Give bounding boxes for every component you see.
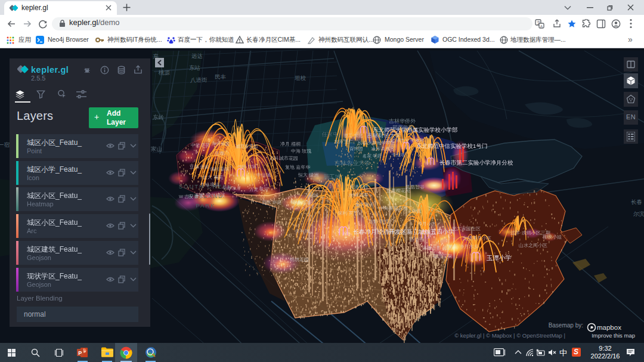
svg-text:东城 晓镇: 东城 晓镇 xyxy=(200,182,220,187)
svg-text:光大家园住区: 光大家园住区 xyxy=(452,226,481,231)
svg-text:吉林农业大学: 吉林农业大学 xyxy=(335,160,370,166)
svg-text:威尼斯花园: 威尼斯花园 xyxy=(236,144,258,149)
svg-text:净月华庭: 净月华庭 xyxy=(212,141,230,147)
svg-text:山水之间小区: 山水之间小区 xyxy=(519,243,547,248)
svg-text:新城小区: 新城小区 xyxy=(386,230,405,235)
svg-text:新工地: 新工地 xyxy=(323,174,341,180)
svg-text:Improve this map: Improve this map xyxy=(592,332,635,339)
svg-text:复地 嘉年华: 复地 嘉年华 xyxy=(285,165,311,170)
svg-text:A: A xyxy=(540,24,543,28)
svg-text:任家屯: 任家屯 xyxy=(321,131,338,137)
svg-text:水岸 四季: 水岸 四季 xyxy=(348,193,369,198)
svg-text:锦绣花园: 锦绣花园 xyxy=(289,257,309,262)
svg-text:名家 学府: 名家 学府 xyxy=(363,153,382,159)
svg-text:mapbox: mapbox xyxy=(597,324,621,331)
svg-text:峰峻 名城: 峰峻 名城 xyxy=(291,200,311,205)
svg-text:盛世香: 盛世香 xyxy=(409,237,423,242)
svg-text:理工 东北: 理工 东北 xyxy=(343,133,363,138)
svg-text:民丰: 民丰 xyxy=(215,73,227,80)
svg-text:亚泰樱花苑: 亚泰樱花苑 xyxy=(386,188,410,193)
svg-text:中海 玫瑰: 中海 玫瑰 xyxy=(291,148,311,154)
svg-text:家山: 家山 xyxy=(151,146,162,152)
svg-text:万龙 银河: 万龙 银河 xyxy=(249,187,269,192)
svg-text:净月 梧桐: 净月 梧桐 xyxy=(280,141,301,147)
svg-text:康德: 康德 xyxy=(411,208,421,214)
svg-text:保利 香槟: 保利 香槟 xyxy=(210,166,230,172)
svg-text:伟峰 东第: 伟峰 东第 xyxy=(237,164,257,169)
svg-text:吉大 南苑: 吉大 南苑 xyxy=(203,175,223,180)
svg-text:净月小区: 净月小区 xyxy=(417,221,436,227)
svg-text:净月 高新区: 净月 高新区 xyxy=(371,146,395,151)
svg-text:旭辉 朗悦: 旭辉 朗悦 xyxy=(369,219,389,224)
svg-text:Basemap by:: Basemap by: xyxy=(549,322,583,329)
svg-text:国西学部: 国西学部 xyxy=(392,125,414,131)
svg-text:长春: 长春 xyxy=(631,199,642,205)
svg-text:远达: 远达 xyxy=(191,52,203,59)
svg-text:W 吉安 豪苑: W 吉安 豪苑 xyxy=(179,194,204,199)
svg-text:© kepler.gl | © Mapbox | © Ope: © kepler.gl | © Mapbox | © OpenStreetMap… xyxy=(454,332,565,339)
svg-text:中信城: 中信城 xyxy=(256,172,271,178)
svg-text:长春市第二实验小学净月分校: 长春市第二实验小学净月分校 xyxy=(439,159,513,166)
svg-text:尔滨: 尔滨 xyxy=(633,211,644,217)
svg-text:保利 罗兰: 保利 罗兰 xyxy=(338,211,358,216)
svg-text:PARK: PARK xyxy=(196,202,215,209)
svg-text:中海 水岸: 中海 水岸 xyxy=(222,185,242,191)
svg-text:航天 净月水乡: 航天 净月水乡 xyxy=(448,244,478,249)
svg-text:花园三期: 花园三期 xyxy=(433,253,452,259)
svg-text:恒大御景: 恒大御景 xyxy=(355,202,374,208)
svg-text:柳映小姐: 柳映小姐 xyxy=(543,234,562,240)
svg-text:吉林华侨外: 吉林华侨外 xyxy=(389,118,416,124)
svg-text:万利城: 万利城 xyxy=(304,193,318,198)
svg-text:丽水 华庭: 丽水 华庭 xyxy=(262,200,282,205)
svg-text:东北师范中信实验学校1号门: 东北师范中信实验学校1号门 xyxy=(416,143,487,149)
svg-text:八道街: 八道街 xyxy=(190,76,208,83)
svg-text:玉潭小学: 玉潭小学 xyxy=(486,254,512,261)
svg-text:东岭: 东岭 xyxy=(153,114,165,120)
svg-text:P: P xyxy=(78,350,82,356)
svg-text:夫有城: 夫有城 xyxy=(295,228,309,234)
svg-text:中海莱茵东郡: 中海莱茵东郡 xyxy=(379,206,408,211)
svg-text:恒大 绿洲: 恒大 绿洲 xyxy=(298,172,318,178)
svg-text:亚泰 鼎盛: 亚泰 鼎盛 xyxy=(190,164,209,169)
svg-text:天泽大路: 天泽大路 xyxy=(349,184,369,190)
svg-text:东师 慧仁: 东师 慧仁 xyxy=(334,139,354,144)
svg-text:康桥丹郡 德正: 康桥丹郡 德正 xyxy=(422,245,452,250)
svg-text:光明净月小区: 光明净月小区 xyxy=(463,236,491,241)
svg-text:卡伦湖: 卡伦湖 xyxy=(391,152,405,157)
svg-text:百木园: 百木园 xyxy=(349,146,363,151)
svg-text:亚泰: 亚泰 xyxy=(214,151,224,156)
svg-text:长春 大学光华学院: 长春 大学光华学院 xyxy=(357,140,395,146)
svg-text:桃源: 桃源 xyxy=(158,69,171,76)
svg-text:万科城市花园: 万科城市花园 xyxy=(270,156,298,161)
svg-text:坦校: 坦校 xyxy=(295,75,306,81)
svg-text:中信 庐苑: 中信 庐苑 xyxy=(191,143,210,148)
svg-text:东站: 东站 xyxy=(189,64,200,71)
